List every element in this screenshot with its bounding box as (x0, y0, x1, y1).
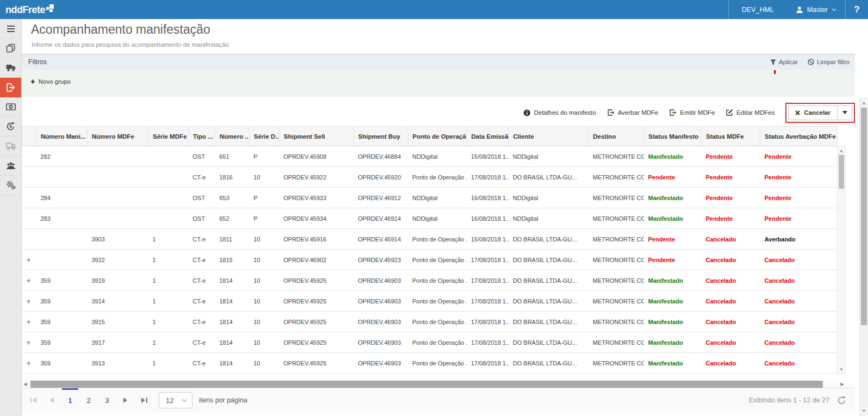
editar-mdfes-button[interactable]: Editar MDFes (726, 109, 775, 116)
vertical-scroll-thumb[interactable] (839, 155, 844, 189)
column-header-15[interactable]: Status Averbação MDFe ↑ (760, 127, 838, 146)
expand-row-icon[interactable]: + (27, 276, 31, 285)
cell: NDDigital (408, 208, 467, 229)
scroll-left-icon[interactable]: ◀ (22, 381, 29, 388)
currency-sync-icon[interactable]: $ (0, 117, 21, 136)
truck-icon[interactable] (0, 58, 21, 78)
cell: DO BRASIL LTDA-GU... (509, 250, 589, 270)
expand-row-icon[interactable]: + (27, 256, 31, 264)
cell: DO BRASIL LTDA-GU... (509, 270, 589, 291)
column-header-13[interactable]: Status Manifesto (644, 127, 702, 146)
user-menu[interactable]: Master (787, 0, 845, 19)
previous-page-button[interactable] (42, 388, 61, 412)
emitir-mdfe-button[interactable]: Emitir MDFe (669, 109, 715, 116)
scroll-down-icon[interactable]: ▼ (860, 407, 868, 415)
averbar-mdfe-button[interactable]: Averbar MDFe (607, 109, 659, 116)
gears-icon[interactable] (0, 176, 21, 195)
page-vertical-scrollbar[interactable]: ▲ ▼ (859, 98, 868, 416)
page-size-select[interactable]: 12 (159, 392, 192, 408)
scroll-up-icon[interactable]: ▲ (860, 99, 868, 107)
row-expand-cell: + (22, 250, 36, 270)
scroll-right-icon[interactable]: ▶ (839, 381, 846, 388)
column-header-3[interactable]: Série MDFe (148, 127, 189, 146)
users-icon[interactable] (0, 156, 21, 176)
manifest-grid: Número Mani...Número MDFeSérie MDFeTipo … (22, 126, 837, 374)
column-header-6[interactable]: Série D... (249, 127, 279, 146)
first-page-button[interactable] (24, 388, 42, 412)
table-row[interactable]: +39221CT-e181510OPRDEV.46902OPRDEV.45923… (22, 250, 838, 270)
row-expand-cell (22, 167, 36, 188)
table-row[interactable]: +35939141CT-e181410OPRDEV.45925OPRDEV.46… (22, 291, 838, 312)
editar-mdfes-label: Editar MDFes (736, 109, 775, 116)
cell: CT-e (189, 353, 215, 374)
table-row[interactable]: +35939131CT-e181410OPRDEV.45925OPRDEV.46… (22, 353, 838, 374)
column-header-14[interactable]: Status MDFe (702, 127, 760, 146)
column-header-1[interactable]: Número Mani... (36, 127, 88, 146)
column-header-8[interactable]: Shipment Buy (354, 127, 408, 146)
cell: 3903 (88, 229, 148, 250)
column-header-4[interactable]: Tipo ... (189, 127, 215, 146)
table-row[interactable]: 39031CT-e181110OPRDEV.45916OPRDEV.45914P… (22, 229, 838, 250)
table-row[interactable]: +35939151CT-e181410OPRDEV.45925OPRDEV.46… (22, 312, 838, 332)
documents-icon[interactable] (0, 39, 21, 58)
grid-toolbar: Detalhes do manifesto Averbar MDFe Emiti… (523, 103, 855, 122)
refresh-button[interactable] (837, 396, 846, 405)
apply-filter-button[interactable]: Aplicar (770, 59, 798, 65)
table-row[interactable]: 283OST652POPRDEV.45934OPRDEV.46914NDDigi… (22, 208, 838, 229)
cell: 17/08/2018 1... (467, 353, 509, 374)
table-row[interactable]: +35939171CT-e181410OPRDEV.45925OPRDEV.46… (22, 332, 838, 353)
cell: 359 (36, 270, 88, 291)
expand-row-icon[interactable]: + (27, 318, 31, 326)
status-cell: Manifestado (644, 188, 702, 208)
banknote-icon[interactable]: 1 (0, 97, 21, 117)
new-group-button[interactable]: + Novo grupo (30, 78, 71, 85)
column-header-7[interactable]: Shipment Sell (279, 127, 354, 146)
column-header-5[interactable]: Número ... (215, 127, 249, 146)
cell: 10 (249, 353, 279, 374)
help-button[interactable]: ? (845, 0, 868, 19)
cell (148, 188, 189, 208)
cell: 10 (249, 332, 279, 353)
column-header-10[interactable]: Data Emissã... (467, 127, 509, 146)
cancel-button[interactable]: Cancelar (788, 105, 838, 120)
column-header-11[interactable]: Cliente (509, 127, 589, 146)
table-row[interactable]: +35939191CT-e181410OPRDEV.45925OPRDEV.46… (22, 270, 838, 291)
page-button-3[interactable]: 3 (98, 388, 116, 412)
cell: 1814 (215, 270, 249, 291)
page-scroll-thumb[interactable] (861, 108, 867, 325)
edit-icon (726, 109, 733, 116)
table-row[interactable]: CT-e181610OPRDEV.45922OPRDEV.45920Ponto … (22, 167, 838, 188)
clear-filter-button[interactable]: Limpar filtro (808, 59, 850, 65)
delivery-truck-icon[interactable] (0, 136, 21, 156)
scroll-up-icon[interactable]: ▲ (838, 147, 845, 154)
cell: METRONORTE CO... (589, 167, 644, 188)
table-vertical-scrollbar[interactable]: ▲ ▼ (837, 146, 846, 374)
manifest-export-icon[interactable] (0, 78, 21, 97)
cell: 10 (249, 270, 279, 291)
column-header-0[interactable] (22, 127, 36, 146)
table-row[interactable]: 284OST653POPRDEV.45933OPRDEV.46912NDDigi… (22, 188, 838, 208)
horizontal-scroll-thumb[interactable] (30, 381, 823, 388)
manifest-details-button[interactable]: Detalhes do manifesto (523, 109, 596, 116)
cell: METRONORTE CO... (589, 229, 644, 250)
next-page-button[interactable] (116, 388, 135, 412)
page-button-1[interactable]: 1 (61, 388, 79, 412)
expand-row-icon[interactable]: + (27, 359, 31, 368)
cell: CT-e (189, 229, 215, 250)
scroll-down-icon[interactable]: ▼ (838, 365, 845, 373)
page-button-2[interactable]: 2 (79, 388, 98, 412)
expand-row-icon[interactable]: + (27, 297, 31, 306)
last-page-button[interactable] (135, 388, 153, 412)
menu-icon[interactable] (0, 19, 21, 39)
cell: DO BRASIL LTDA-GU... (509, 312, 589, 332)
cancel-dropdown-button[interactable] (838, 105, 852, 120)
table-row[interactable]: 282OST651POPRDEV.45908OPRDEV.46884NDDigi… (22, 146, 838, 167)
column-header-2[interactable]: Número MDFe (88, 127, 148, 146)
expand-row-icon[interactable]: + (27, 338, 31, 347)
table-horizontal-scrollbar[interactable]: ◀ ▶ (22, 381, 846, 388)
status-cell: Averbando (760, 229, 838, 250)
cell: 1815 (215, 250, 249, 270)
cell: P (249, 146, 279, 167)
column-header-9[interactable]: Ponto de Operação (408, 127, 467, 146)
column-header-12[interactable]: Destino (589, 127, 644, 146)
